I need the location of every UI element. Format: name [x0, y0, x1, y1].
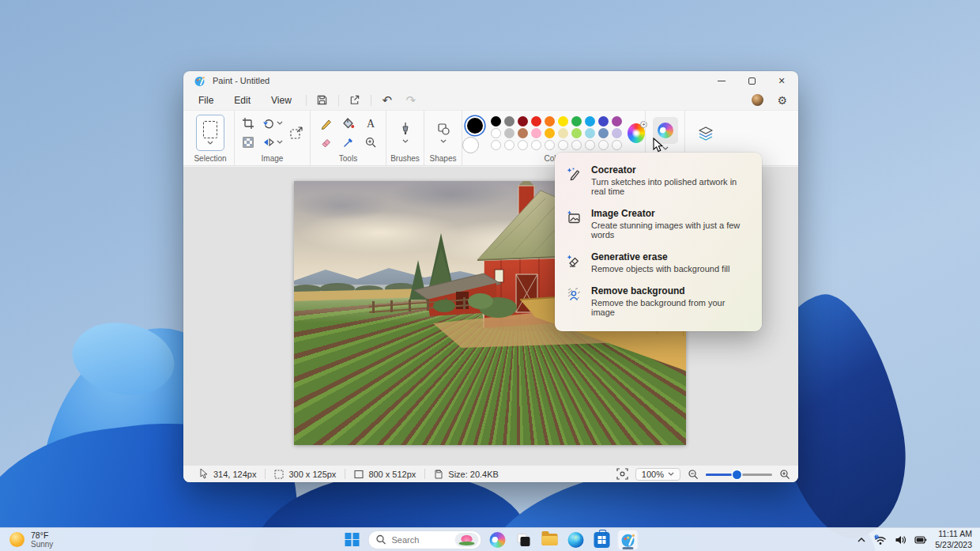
- chevron-down-icon[interactable]: [207, 141, 213, 145]
- pencil-tool[interactable]: [320, 117, 333, 130]
- undo-button[interactable]: ↶: [375, 92, 399, 108]
- remove-background-button[interactable]: [242, 136, 254, 149]
- brushes-button[interactable]: [399, 122, 412, 143]
- palette-color-swatch[interactable]: [518, 116, 528, 126]
- chevron-down-icon[interactable]: [440, 139, 447, 143]
- menu-item-image-creator[interactable]: Image Creator Create stunning images wit…: [555, 202, 762, 246]
- settings-gear-icon[interactable]: ⚙: [777, 95, 787, 106]
- chevron-down-icon[interactable]: [277, 121, 283, 125]
- eraser-tool[interactable]: [320, 136, 333, 149]
- save-button[interactable]: [311, 92, 334, 108]
- palette-color-swatch[interactable]: [585, 116, 595, 126]
- shapes-button[interactable]: [436, 122, 450, 143]
- wifi-icon[interactable]: ?: [874, 534, 887, 545]
- chevron-down-icon[interactable]: [277, 140, 283, 144]
- palette-color-swatch[interactable]: [571, 116, 582, 126]
- palette-color-swatch[interactable]: [558, 128, 568, 138]
- palette-empty-slot[interactable]: [545, 140, 555, 150]
- taskbar-paint-active[interactable]: [618, 530, 639, 550]
- redo-button[interactable]: ↷: [399, 92, 423, 108]
- palette-color-swatch[interactable]: [558, 116, 568, 126]
- foreground-color-swatch[interactable]: [466, 116, 484, 135]
- palette-empty-slot[interactable]: [571, 140, 582, 150]
- menu-item-cocreator[interactable]: Cocreator Turn sketches into polished ar…: [555, 159, 762, 202]
- crop-button[interactable]: [242, 117, 254, 130]
- palette-color-swatch[interactable]: [531, 128, 541, 138]
- taskbar-copilot[interactable]: [488, 530, 508, 550]
- magnifier-tool[interactable]: [364, 136, 377, 149]
- close-button[interactable]: ✕: [767, 71, 797, 90]
- chevron-down-icon[interactable]: [402, 139, 409, 143]
- flip-button[interactable]: [262, 136, 283, 149]
- palette-color-swatch[interactable]: [598, 116, 609, 126]
- taskbar-search-box[interactable]: [368, 530, 482, 549]
- palette-color-swatch[interactable]: [491, 128, 501, 138]
- palette-color-swatch[interactable]: [612, 128, 622, 138]
- palette-color-swatch[interactable]: [504, 116, 514, 126]
- zoom-slider-thumb[interactable]: [733, 470, 741, 479]
- palette-color-swatch[interactable]: [571, 128, 582, 138]
- search-highlight-image[interactable]: [455, 533, 479, 547]
- save-icon: [316, 94, 328, 106]
- palette-color-swatch[interactable]: [491, 116, 501, 126]
- menu-view[interactable]: View: [261, 92, 302, 108]
- taskbar: 78°F Sunny: [0, 527, 980, 551]
- menu-item-desc: Remove the background from your image: [591, 298, 751, 317]
- color-picker-tool[interactable]: [342, 136, 355, 149]
- palette-color-swatch[interactable]: [531, 116, 541, 126]
- palette-color-swatch[interactable]: [504, 128, 514, 138]
- palette-empty-slot[interactable]: [612, 140, 622, 150]
- menu-file[interactable]: File: [188, 92, 224, 108]
- palette-color-swatch[interactable]: [612, 116, 622, 126]
- shapes-icon: [436, 122, 450, 136]
- palette-empty-slot[interactable]: [531, 140, 541, 150]
- account-avatar[interactable]: [752, 94, 763, 106]
- background-color-swatch[interactable]: [462, 137, 479, 153]
- palette-empty-slot[interactable]: [585, 140, 595, 150]
- palette-empty-slot[interactable]: [518, 140, 528, 150]
- palette-color-swatch[interactable]: [598, 128, 609, 138]
- share-button[interactable]: [343, 92, 367, 108]
- palette-empty-slot[interactable]: [491, 140, 501, 150]
- layers-button[interactable]: [697, 125, 714, 142]
- taskbar-file-explorer[interactable]: [540, 530, 560, 550]
- maximize-button[interactable]: [737, 71, 767, 90]
- menu-item-remove-background[interactable]: Remove background Remove the background …: [555, 280, 762, 323]
- zoom-level-dropdown[interactable]: 100%: [635, 468, 680, 481]
- zoom-in-button[interactable]: [779, 469, 790, 480]
- clock-widget[interactable]: 11:11 AM 5/23/2023: [935, 529, 972, 549]
- rotate-button[interactable]: [262, 117, 283, 130]
- zoom-out-button[interactable]: [688, 469, 699, 480]
- minimize-button[interactable]: [707, 71, 737, 90]
- palette-color-swatch[interactable]: [585, 128, 595, 138]
- edit-colors-wheel[interactable]: +: [628, 123, 645, 143]
- fill-tool[interactable]: [342, 117, 355, 130]
- title-bar[interactable]: Paint - Untitled ✕: [183, 71, 798, 90]
- cocreator-icon: [566, 166, 582, 182]
- search-input[interactable]: [392, 535, 450, 545]
- color-palette: [491, 116, 623, 150]
- selection-tool-button[interactable]: [196, 115, 224, 151]
- taskbar-task-view[interactable]: [514, 530, 534, 550]
- palette-color-swatch[interactable]: [545, 116, 555, 126]
- menu-edit[interactable]: Edit: [224, 92, 261, 108]
- menu-item-generative-erase[interactable]: Generative erase Remove objects with bac…: [555, 246, 762, 280]
- palette-empty-slot[interactable]: [504, 140, 514, 150]
- palette-color-swatch[interactable]: [545, 128, 555, 138]
- palette-color-swatch[interactable]: [518, 128, 528, 138]
- image-creator-icon: [566, 209, 582, 225]
- battery-icon[interactable]: [914, 535, 927, 545]
- speaker-icon[interactable]: [895, 534, 906, 545]
- taskbar-edge[interactable]: [566, 530, 586, 550]
- hidden-icons-chevron[interactable]: [857, 537, 866, 543]
- taskbar-store[interactable]: [592, 530, 612, 550]
- palette-empty-slot[interactable]: [598, 140, 609, 150]
- zoom-slider[interactable]: [706, 470, 772, 479]
- palette-empty-slot[interactable]: [558, 140, 568, 150]
- text-tool[interactable]: A: [364, 117, 377, 130]
- fit-to-screen-button[interactable]: [616, 468, 628, 480]
- start-button[interactable]: [342, 530, 363, 550]
- weather-widget[interactable]: 78°F Sunny: [9, 528, 53, 551]
- status-file-size: Size: 20.4KB: [425, 470, 507, 479]
- resize-button[interactable]: [289, 126, 303, 140]
